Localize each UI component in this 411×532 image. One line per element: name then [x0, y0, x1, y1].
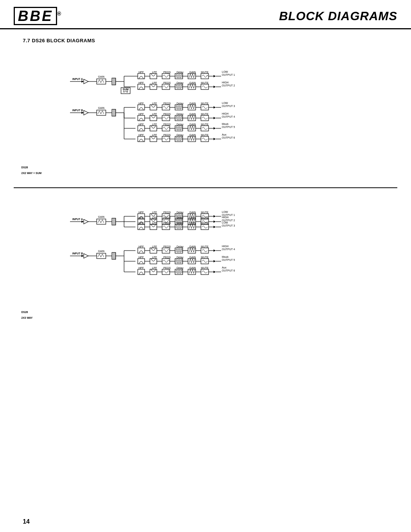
svg-text:OUTPUT 4: OUTPUT 4	[222, 248, 235, 251]
svg-text:MUTE: MUTE	[201, 211, 209, 214]
svg-text:HIGH: HIGH	[222, 81, 229, 84]
svg-text:LPF: LPF	[152, 267, 157, 269]
svg-text:HPF: HPF	[139, 71, 144, 73]
svg-text:GAIN: GAIN	[189, 211, 196, 214]
page-header: BBE® BLOCK DIAGRAMS	[0, 0, 411, 29]
svg-marker-67	[84, 110, 88, 115]
svg-text:MUTE: MUTE	[201, 216, 209, 219]
svg-text:LPF: LPF	[152, 134, 157, 136]
svg-marker-66	[81, 112, 84, 114]
svg-text:LPF: LPF	[152, 245, 157, 248]
diagram2-section: INPUT A GAIN HPF LPF	[14, 195, 397, 332]
svg-marker-57	[213, 86, 216, 88]
svg-rect-181	[97, 219, 106, 224]
svg-marker-260	[81, 255, 84, 257]
svg-text:HIGH: HIGH	[222, 245, 229, 248]
svg-text:MUTE: MUTE	[201, 113, 209, 115]
svg-text:HPF: HPF	[139, 211, 144, 214]
svg-text:LPF: LPF	[152, 113, 157, 115]
svg-text:MUTE: MUTE	[201, 267, 209, 269]
svg-text:GAIN: GAIN	[98, 250, 104, 252]
svg-rect-158	[162, 136, 170, 142]
svg-text:MUTE: MUTE	[201, 256, 209, 259]
svg-rect-87	[162, 105, 170, 110]
svg-text:OUTPUT 6: OUTPUT 6	[222, 269, 235, 272]
svg-marker-261	[84, 254, 88, 258]
svg-text:HPF: HPF	[139, 245, 144, 248]
svg-text:GAIN: GAIN	[189, 267, 196, 269]
svg-rect-183	[112, 218, 116, 225]
svg-text:MUTE: MUTE	[201, 81, 209, 84]
svg-text:OUTPUT 6: OUTPUT 6	[222, 136, 235, 139]
svg-text:HIGH: HIGH	[222, 112, 229, 115]
svg-text:OUTPUT 1: OUTPUT 1	[222, 73, 235, 76]
svg-text:GAIN: GAIN	[189, 71, 196, 73]
page-title: BLOCK DIAGRAMS	[279, 9, 397, 23]
svg-text:MUTE: MUTE	[201, 102, 209, 105]
svg-rect-70	[97, 110, 106, 115]
svg-text:OUTPUT 4: OUTPUT 4	[222, 115, 235, 118]
svg-text:LPF: LPF	[152, 81, 157, 84]
svg-text:GAIN: GAIN	[189, 245, 196, 248]
svg-rect-282	[162, 248, 170, 253]
svg-text:DS26: DS26	[21, 311, 28, 313]
svg-text:INPUT A: INPUT A	[72, 218, 83, 220]
svg-rect-326	[162, 269, 170, 275]
svg-text:LPF: LPF	[152, 256, 157, 259]
svg-text:A+B: A+B	[123, 90, 128, 93]
svg-text:MUTE: MUTE	[201, 71, 209, 73]
registered-mark: ®	[57, 11, 62, 17]
svg-text:GAIN: GAIN	[189, 113, 196, 115]
svg-text:LOW: LOW	[222, 211, 228, 213]
svg-text:GAIN: GAIN	[189, 102, 196, 105]
svg-marker-3	[84, 79, 88, 84]
bbe-logo: BBE®	[14, 7, 62, 25]
svg-rect-266	[112, 252, 116, 259]
svg-text:Aux: Aux	[222, 266, 227, 269]
svg-text:GAIN: GAIN	[189, 81, 196, 84]
svg-text:DS26: DS26	[21, 166, 28, 169]
svg-text:OUTPUT 2: OUTPUT 2	[222, 84, 235, 87]
svg-rect-24	[162, 73, 170, 79]
svg-rect-46	[162, 84, 170, 89]
svg-marker-2	[81, 80, 84, 83]
svg-rect-136	[162, 126, 170, 131]
svg-text:HPF: HPF	[139, 102, 144, 105]
svg-text:GAIN: GAIN	[98, 75, 104, 78]
svg-marker-232	[213, 220, 216, 223]
svg-text:HPF: HPF	[139, 134, 144, 136]
svg-text:GAIN: GAIN	[189, 134, 196, 136]
svg-text:HIGH: HIGH	[222, 216, 229, 219]
svg-rect-243	[162, 224, 170, 230]
svg-text:Aux: Aux	[222, 133, 227, 136]
svg-text:GAIN: GAIN	[189, 256, 196, 259]
svg-text:LOW: LOW	[222, 221, 228, 224]
svg-text:OUTPUT 3: OUTPUT 3	[222, 105, 235, 107]
svg-rect-109	[162, 115, 170, 121]
svg-marker-147	[213, 127, 216, 129]
diagram2-area: INPUT A GAIN HPF LPF	[14, 195, 397, 332]
svg-rect-6	[97, 79, 106, 84]
svg-text:HPF: HPF	[139, 216, 144, 219]
svg-marker-178	[84, 219, 88, 224]
svg-marker-98	[213, 106, 216, 109]
svg-text:GAIN: GAIN	[98, 216, 104, 218]
page-number: 14	[23, 518, 30, 525]
diagram1-area: text { font-family: Arial, Helvetica, sa…	[14, 46, 397, 184]
svg-text:INPUT B: INPUT B	[72, 109, 83, 112]
svg-text:2X3 WAY: 2X3 WAY	[21, 316, 33, 319]
svg-text:HPF: HPF	[139, 267, 144, 269]
svg-rect-304	[162, 259, 170, 264]
svg-marker-254	[213, 226, 216, 228]
svg-text:HPF: HPF	[139, 123, 144, 126]
svg-text:MUTE: MUTE	[201, 134, 209, 136]
svg-marker-169	[213, 138, 216, 140]
svg-marker-120	[213, 117, 216, 119]
svg-text:HPF: HPF	[139, 81, 144, 84]
svg-text:INPUT B: INPUT B	[72, 252, 83, 255]
svg-marker-177	[81, 220, 84, 223]
svg-text:2X2 WAY + SUM: 2X2 WAY + SUM	[21, 172, 41, 174]
svg-text:LPF: LPF	[152, 211, 157, 214]
svg-text:LPF: LPF	[152, 71, 157, 73]
svg-text:HPF: HPF	[139, 256, 144, 259]
